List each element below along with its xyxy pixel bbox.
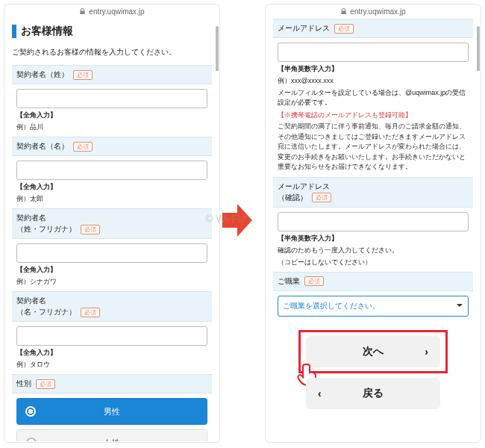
input-mei[interactable]	[16, 161, 207, 180]
hint-mei-f-b: 【全角入力】	[16, 349, 57, 356]
required-badge: 必須	[73, 142, 93, 152]
url-text: entry.uqwimax.jp	[350, 7, 405, 16]
radio-circle-icon	[26, 438, 37, 441]
radio-circle-icon	[25, 406, 36, 417]
arrow-right-icon	[222, 202, 252, 239]
field-job-head: ご職業 必須	[273, 272, 473, 291]
page-title: お客様情報	[21, 25, 73, 38]
hint-mei-f-ex: 例）タロウ	[16, 360, 207, 370]
field-sei-f-head: 契約者名 （姓・フリガナ） 必須	[12, 208, 212, 239]
url-bar: entry.uqwimax.jp	[266, 4, 481, 19]
input-email[interactable]	[278, 43, 469, 62]
next-button[interactable]: 次へ ›	[306, 336, 440, 367]
field-sei-head: 契約者名（姓） 必須	[12, 65, 212, 84]
input-email2[interactable]	[278, 212, 469, 231]
hint-mei-b: 【全角入力】	[16, 183, 57, 190]
label-mei: 契約者名（名）	[16, 141, 69, 152]
select-job[interactable]: ご職業を選択してください。	[278, 296, 469, 317]
hint-email-b: 【半角英数字入力】	[278, 65, 338, 72]
screen-left: entry.uqwimax.jp お客様情報 ご契約されるお客様の情報を入力して…	[4, 4, 220, 443]
required-badge: 必須	[334, 24, 354, 34]
required-badge: 必須	[312, 193, 331, 202]
input-sei-f[interactable]	[16, 243, 207, 263]
field-email2-head: メールアドレス （確認） 必須	[273, 177, 473, 208]
lock-icon	[340, 8, 347, 15]
field-mei-head: 契約者名（名） 必須	[12, 137, 212, 156]
radio-female[interactable]: 女性	[16, 429, 207, 441]
title-accent	[12, 25, 16, 38]
label-sei: 契約者名（姓）	[16, 69, 69, 80]
label-email: メールアドレス	[278, 23, 330, 34]
required-badge: 必須	[81, 225, 100, 234]
hint-email-ex: 例）xxx@xxxx.xxx	[278, 76, 469, 86]
notice-email-red: 【※携帯電話のメールアドレスも登録可能】	[278, 111, 469, 120]
field-gender-head: 性別 必須	[12, 374, 212, 393]
url-bar: entry.uqwimax.jp	[4, 4, 219, 19]
hint-sei-b: 【全角入力】	[16, 111, 57, 119]
radio-male[interactable]: 男性	[16, 398, 207, 425]
hint-sei-f-ex: 例）シナガワ	[16, 277, 207, 287]
next-label: 次へ	[363, 345, 384, 358]
chevron-left-icon: ‹	[318, 388, 322, 399]
hint-email-2: メールフィルターを設定している場合は、@uqwimax.jpの受信設定が必要です…	[278, 88, 469, 108]
hint-email2-2: （コピーはしないでください）	[278, 258, 469, 267]
label-gender: 性別	[16, 379, 31, 389]
required-badge: 必須	[73, 70, 93, 80]
label-job: ご職業	[278, 276, 300, 287]
left-content: お客様情報 ご契約されるお客様の情報を入力してください。 契約者名（姓） 必須 …	[4, 19, 219, 441]
input-sei[interactable]	[16, 89, 207, 108]
required-badge: 必須	[304, 276, 324, 286]
hint-mei-ex: 例）太郎	[16, 194, 207, 204]
page-title-row: お客様情報	[12, 19, 212, 41]
lock-icon	[79, 8, 86, 15]
field-email-head: メールアドレス 必須	[273, 19, 473, 38]
input-mei-f[interactable]	[16, 326, 207, 346]
screen-right: entry.uqwimax.jp メールアドレス 必須 【半角英数字入力】 例）…	[265, 4, 481, 443]
back-button[interactable]: ‹ 戻る	[306, 378, 440, 409]
hint-email2-b: 【半角英数字入力】	[278, 234, 338, 242]
label-mei-f2: （名・フリガナ）	[16, 307, 76, 317]
radio-male-label: 男性	[104, 406, 120, 417]
chevron-right-icon: ›	[425, 346, 428, 358]
right-content: メールアドレス 必須 【半角英数字入力】 例）xxx@xxxx.xxx メールフ…	[266, 19, 481, 441]
label-sei-f2: （姓・フリガナ）	[16, 224, 76, 234]
hint-sei-f-b: 【全角入力】	[16, 266, 57, 273]
hint-email2-1: 確認のためもう一度入力してください。	[278, 246, 469, 255]
url-text: entry.uqwimax.jp	[89, 7, 144, 16]
notice-email-body: ご契約期間の満了に伴う事前通知、毎月のご請求金額の通知、その他通知につきましては…	[278, 122, 469, 172]
label-email2-2: （確認）	[278, 193, 307, 203]
label-sei-f1: 契約者名	[16, 213, 46, 223]
field-mei-f-head: 契約者名 （名・フリガナ） 必須	[12, 291, 212, 322]
label-email2-1: メールアドレス	[278, 181, 330, 192]
intro-text: ご契約されるお客様の情報を入力してください。	[12, 41, 212, 65]
required-badge: 必須	[81, 308, 100, 317]
back-label: 戻る	[363, 387, 384, 400]
radio-female-label: 女性	[104, 438, 120, 442]
required-badge: 必須	[36, 379, 55, 389]
hint-sei-ex: 例）品川	[16, 122, 207, 132]
label-mei-f1: 契約者名	[16, 296, 46, 306]
